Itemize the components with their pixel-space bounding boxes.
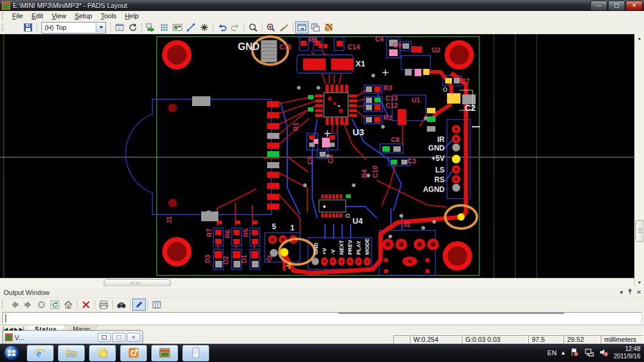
stop-button[interactable] (35, 299, 48, 311)
project-explorer-button[interactable] (295, 21, 309, 34)
pcb-label: J1 (165, 216, 173, 224)
pcb-label: C12 (385, 102, 398, 109)
redraw-button[interactable] (126, 21, 140, 34)
pads-app-icon (2, 1, 10, 10)
mini-maximize-button[interactable] (112, 333, 126, 342)
maximize-button[interactable]: ▢ (608, 1, 625, 11)
taskbar-windows-explorer[interactable] (58, 345, 85, 361)
vertical-scrollbar-thumb[interactable] (635, 220, 644, 242)
find-button[interactable] (115, 299, 128, 311)
scroll-up-arrow[interactable]: ▲ (636, 35, 643, 41)
menu-edit[interactable]: Edit (27, 12, 48, 20)
status-empty-field (393, 335, 409, 344)
mini-close-button[interactable]: ✕ (127, 333, 140, 342)
undo-button[interactable] (215, 21, 229, 34)
taskbar-clock[interactable]: 12:48 2011/9/16 (614, 346, 640, 361)
close-button[interactable]: ✕ (626, 1, 643, 11)
pcb-label: RS (434, 176, 445, 184)
pcb-label: C5 (306, 156, 313, 165)
pad-stacks-button[interactable] (198, 21, 211, 34)
start-button[interactable] (0, 344, 23, 362)
pin-icon[interactable] (627, 288, 633, 296)
pcb-label: R1 (292, 122, 299, 131)
minimized-document-window[interactable]: V... ✕ (2, 330, 143, 344)
output-dropdown-icon[interactable]: ▾ (620, 289, 623, 296)
pcb-label: C2 (465, 103, 476, 113)
selection-filter-button[interactable] (264, 21, 277, 34)
menu-file[interactable]: File (8, 12, 27, 20)
pcb-label: C8 (391, 136, 399, 143)
record-macro-button[interactable] (132, 299, 146, 311)
back-button[interactable] (8, 299, 21, 311)
layer-select[interactable]: (H) Top (41, 22, 106, 34)
display-colors-button[interactable] (322, 21, 335, 34)
table-view-button[interactable] (150, 299, 163, 311)
window-title: E:\MINI MP3\MiniMP3* - PADS Layout (13, 2, 127, 9)
scroll-down-arrow[interactable]: ▼ (636, 279, 643, 286)
volume-icon[interactable] (599, 347, 609, 358)
pcb-label: D1 (240, 255, 248, 263)
pcb-label: C15 (279, 43, 292, 51)
pcb-label: U4 (352, 216, 363, 225)
output-close-icon[interactable]: ✕ (637, 289, 642, 296)
minimize-button[interactable]: — (590, 1, 607, 11)
network-icon[interactable] (584, 347, 594, 358)
pcb-label: R5 (242, 229, 249, 237)
save-button[interactable] (21, 21, 35, 34)
taskbar-internet-explorer[interactable]: e (27, 345, 54, 361)
pads-doc-icon (5, 333, 13, 341)
vertical-scrollbar[interactable]: ▲ ▼ (634, 34, 644, 286)
pcb-label: D3 (204, 255, 211, 263)
taskbar-sticky-notes[interactable] (89, 345, 116, 361)
menu-view[interactable]: View (48, 12, 71, 20)
language-indicator[interactable]: EN (548, 349, 557, 357)
properties-button[interactable] (113, 21, 126, 34)
pcb-label: MODE (364, 238, 370, 255)
pcb-label: J2 (403, 221, 410, 228)
pcb-label: GND (313, 243, 319, 255)
taskbar-pads-layout[interactable]: PADS (151, 345, 178, 361)
forward-button[interactable] (21, 299, 35, 311)
pcb-label: R2 (384, 114, 392, 121)
pcb-label: AGND (423, 185, 445, 194)
output-text-area[interactable] (2, 312, 642, 325)
show-hidden-icons[interactable]: ▲ (562, 350, 565, 355)
refresh-button[interactable] (48, 299, 62, 311)
pcb-label: +5V (431, 154, 445, 163)
taskbar-outlook[interactable]: O (120, 345, 147, 361)
delete-button[interactable] (79, 299, 93, 311)
pcb-label: R3 (384, 84, 392, 91)
design-toolbox-button[interactable] (144, 21, 157, 34)
redo-button[interactable] (229, 21, 242, 34)
home-button[interactable] (62, 299, 75, 311)
pcb-label: PLAY (356, 241, 362, 255)
menu-tools[interactable]: Tools (96, 12, 121, 20)
menu-bar: File Edit View Setup Tools Help (0, 11, 644, 21)
pcb-label: D2 (222, 256, 229, 264)
pcb-label: U2 (432, 46, 440, 54)
horizontal-scrollbar[interactable] (0, 278, 634, 287)
menu-help[interactable]: Help (121, 12, 143, 20)
pcb-drawing[interactable]: GNDC15R8C14X1C4C9U2C7C2R3C13C12R2U1U3C8C… (0, 34, 634, 278)
clock-time: 12:48 (614, 346, 640, 353)
zoom-button[interactable] (246, 21, 260, 34)
router-toolbox-button[interactable] (157, 21, 171, 34)
taskbar-notepad[interactable] (182, 345, 209, 361)
pcb-canvas[interactable]: GNDC15R8C14X1C4C9U2C7C2R3C13C12R2U1U3C8C… (0, 34, 634, 278)
title-bar[interactable]: E:\MINI MP3\MiniMP3* - PADS Layout — ▢ ✕ (0, 0, 644, 11)
menu-setup[interactable]: Setup (70, 12, 96, 20)
action-center-icon[interactable] (570, 347, 579, 358)
cleanup-button[interactable] (277, 21, 291, 34)
layer-select-arrow[interactable] (96, 23, 106, 32)
open-button[interactable] (8, 21, 21, 34)
board-toolbox-button[interactable] (171, 21, 184, 34)
pcb-label: 5 (272, 222, 276, 231)
status-y-field: 29.52 (564, 335, 600, 344)
print-button[interactable] (97, 299, 110, 311)
pcb-label: R4 (360, 169, 368, 178)
output-divider-line (338, 313, 564, 314)
drafting-toolbox-button[interactable] (184, 21, 198, 34)
mini-restore-button[interactable] (98, 333, 111, 342)
new-window-button[interactable] (309, 21, 322, 34)
pcb-label: IR (437, 135, 445, 144)
